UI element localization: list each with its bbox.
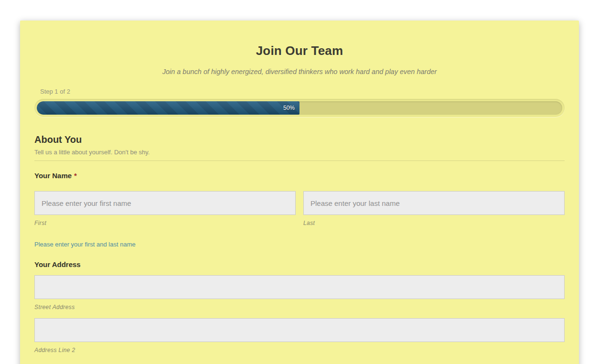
section-divider (34, 161, 565, 161)
street-address-input[interactable] (34, 275, 565, 299)
form-subtitle: Join a bunch of highly energized, divers… (34, 68, 565, 75)
section-description: Tell us a little about yourself. Don't b… (34, 149, 565, 156)
about-section-header: About You Tell us a little about yoursel… (34, 134, 565, 161)
form-title: Join Our Team (34, 21, 565, 58)
last-name-input[interactable] (303, 191, 565, 215)
progress-bar-track: 50% (37, 101, 562, 115)
street-address-sublabel: Street Address (34, 304, 565, 310)
form-card: Join Our Team Join a bunch of highly ene… (20, 21, 579, 364)
first-name-column: First (34, 191, 296, 226)
step-indicator: Step 1 of 2 (40, 88, 565, 95)
name-fields-row: First Last (34, 191, 565, 226)
address-field-label: Your Address (34, 260, 565, 268)
required-asterisk: * (74, 171, 77, 180)
progress-bar-track-outer: 50% (34, 99, 565, 117)
progress-bar-fill: 50% (37, 101, 300, 115)
last-name-sublabel: Last (303, 220, 565, 226)
progress-percent-label: 50% (283, 105, 295, 111)
section-title: About You (34, 134, 565, 145)
name-field-label: Your Name* (34, 171, 565, 180)
first-name-sublabel: First (34, 220, 296, 226)
name-field-instruction: Please enter your first and last name (34, 241, 565, 248)
address-line2-input[interactable] (34, 318, 565, 342)
progress-section: Step 1 of 2 50% (34, 88, 565, 117)
address-line2-sublabel: Address Line 2 (34, 347, 565, 353)
last-name-column: Last (303, 191, 565, 226)
first-name-input[interactable] (34, 191, 296, 215)
